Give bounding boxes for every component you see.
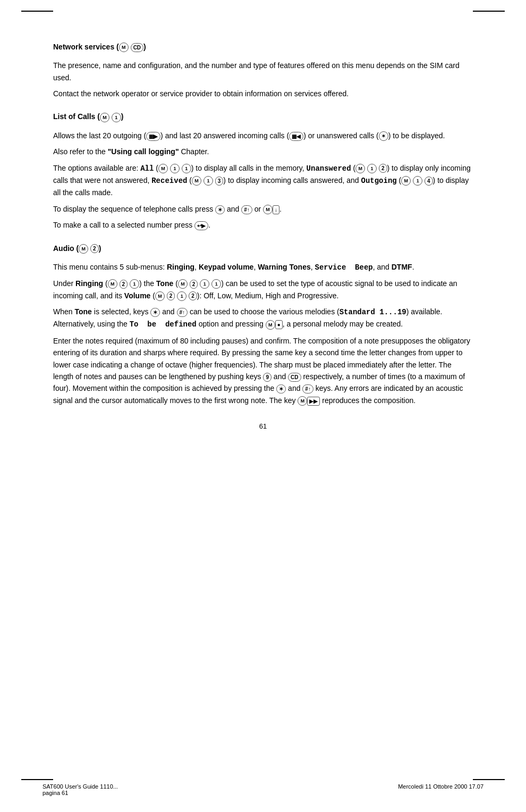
icon-ff-repr: ▶▶ (307, 397, 320, 406)
icon-m-network: M (119, 43, 129, 52)
icon-cd-btn: CD (288, 373, 301, 382)
icon-star-comp: ✶ (276, 384, 286, 394)
icon-1-ring: 1 (130, 279, 139, 289)
list-of-calls-heading: List of Calls (M 1) (53, 112, 473, 122)
list-of-calls-para3: The options available are: All (M 1 1) t… (53, 162, 473, 199)
icon-m-recv: M (192, 176, 201, 186)
footer: SAT600 User's Guide 1110... pagina 61 Me… (43, 783, 483, 796)
list-of-calls-para4: To display the sequence of telephone cal… (53, 203, 473, 215)
icon-m-seq: M (263, 205, 273, 214)
icon-4-out: 4 (425, 177, 433, 186)
icon-hash-comp: #↑ (302, 384, 313, 394)
network-services-para2: Contact the network operator or service … (53, 88, 473, 99)
icon-star-tone: ✶ (150, 308, 160, 317)
icon-m-all: M (158, 164, 168, 173)
icon-m-repr: M (298, 396, 307, 406)
audio-title: Audio ( (53, 244, 79, 253)
page-number: 61 (53, 422, 473, 430)
list-of-calls-para5: To make a call to a selected number pres… (53, 219, 473, 231)
icon-1-tone2: 1 (211, 279, 221, 289)
audio-para1: This menu contains 5 sub-menus: Ringing,… (53, 261, 473, 273)
icon-1-all2: 1 (182, 164, 191, 173)
icon-1-tone: 1 (200, 279, 209, 289)
icon-dot-mel: ● (275, 320, 283, 329)
section-audio: Audio (M 2) This menu contains 5 sub-men… (53, 244, 473, 407)
list-of-calls-title: List of Calls ( (53, 112, 100, 121)
icon-unanswered: ✶ (379, 131, 388, 141)
icon-2-audio: 2 (90, 244, 99, 253)
list-of-calls-para2: Also refer to the "Using call logging" C… (53, 146, 473, 157)
border-bottom-right (473, 779, 505, 780)
icon-m-calls: M (100, 113, 109, 122)
main-content: Network services (M CD) The presence, na… (43, 32, 483, 467)
icon-2-vol2: 2 (189, 291, 197, 300)
icon-m-unan: M (355, 164, 365, 173)
icon-1-out: 1 (413, 176, 422, 186)
icon-m-tone: M (178, 279, 188, 289)
icon-1-recv: 1 (203, 176, 213, 186)
icon-hash-seq: #↑ (241, 205, 252, 214)
icon-1-unan: 1 (367, 164, 377, 173)
section-list-of-calls: List of Calls (M 1) Allows the last 20 o… (53, 112, 473, 231)
icon-2-vol: 2 (167, 291, 175, 300)
footer-right: Mercoledi 11 Ottobre 2000 17.07 (398, 783, 483, 796)
border-top-right (473, 11, 505, 12)
icon-3-recv: 3 (215, 177, 224, 186)
network-services-title: Network services ( (53, 43, 119, 51)
icon-2-ring: 2 (120, 280, 128, 289)
footer-left: SAT600 User's Guide 1110... pagina 61 (43, 783, 118, 796)
list-of-calls-para1: Allows the last 20 outgoing (▦▶) and las… (53, 130, 473, 141)
footer-pagina: pagina 61 (43, 790, 118, 796)
audio-heading: Audio (M 2) (53, 244, 473, 254)
icon-outgoing: ▦▶ (146, 132, 160, 141)
network-services-para1: The presence, name and configuration, an… (53, 60, 473, 83)
icon-star-seq: ✶ (215, 205, 225, 214)
border-bottom-left (21, 779, 53, 780)
icon-1-vol: 1 (177, 291, 186, 301)
icon-m-out: M (401, 176, 411, 186)
footer-product: SAT600 User's Guide 1110... (43, 783, 118, 790)
section-network-services: Network services (M CD) The presence, na… (53, 43, 473, 99)
audio-para3: When Tone is selected, keys ✶ and #↑ can… (53, 306, 473, 331)
audio-para2: Under Ringing (M 2 1) the Tone (M 2 1 1)… (53, 278, 473, 302)
icon-2-unan: 2 (379, 164, 387, 173)
border-top-left (21, 11, 53, 12)
icon-m-vol: M (155, 291, 165, 301)
icon-call-btn: ↩▶ (194, 221, 208, 230)
icon-down-seq: ↓ (273, 205, 279, 214)
icon-cd-network: CD (131, 43, 143, 52)
icon-m-audio: M (79, 244, 88, 254)
icon-incoming: ▦◀ (289, 132, 303, 141)
icon-hash-tone: #↑ (177, 308, 188, 317)
page: Network services (M CD) The presence, na… (0, 0, 526, 812)
icon-1-all: 1 (170, 164, 180, 173)
audio-para4: Enter the notes required (maximum of 80 … (53, 335, 473, 406)
icon-m-ring: M (108, 279, 117, 289)
icon-9-btn: 9 (263, 373, 272, 382)
icon-1-calls: 1 (112, 113, 121, 122)
icon-m-mel: M (266, 320, 275, 330)
network-services-heading: Network services (M CD) (53, 43, 473, 52)
icon-2-tone: 2 (190, 280, 198, 289)
